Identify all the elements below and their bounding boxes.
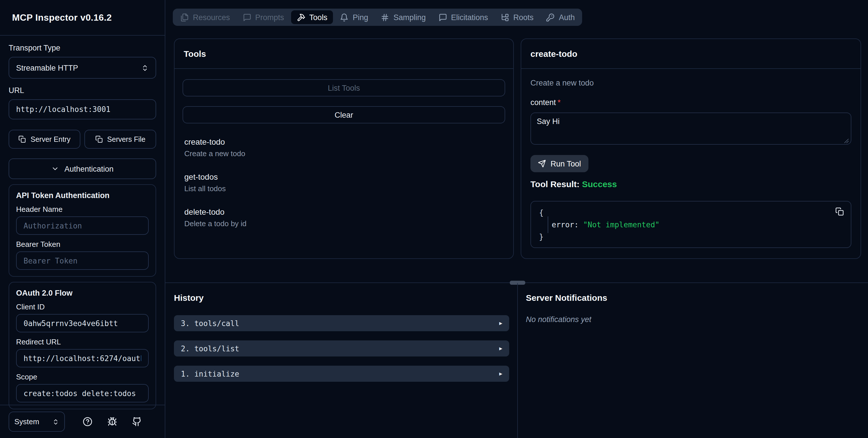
server-notifications-pane: Server Notifications No notifications ye… <box>526 282 860 324</box>
history-row-tools-list[interactable]: 2. tools/list ▶ <box>174 340 509 356</box>
sidebar-header: MCP Inspector v0.16.2 <box>0 0 165 36</box>
server-entry-button[interactable]: Server Entry <box>9 130 81 149</box>
json-space <box>579 220 583 229</box>
clear-tools-button[interactable]: Clear <box>183 106 505 123</box>
tools-panel: Tools List Tools Clear create-todo Creat… <box>174 38 514 259</box>
github-button[interactable] <box>132 417 142 427</box>
servers-file-label: Servers File <box>107 135 145 143</box>
tool-detail-body: Create a new todo content* Say Hi Run To… <box>521 69 861 257</box>
api-token-title: API Token Authentication <box>16 191 149 200</box>
tab-label: Elicitations <box>451 13 488 22</box>
run-tool-button[interactable]: Run Tool <box>530 155 588 172</box>
tab-sampling[interactable]: Sampling <box>375 10 432 24</box>
bell-icon <box>340 13 349 22</box>
scope-label: Scope <box>16 373 149 381</box>
history-pane: History 3. tools/call ▶ 2. tools/list ▶ … <box>174 282 509 382</box>
message-square-icon <box>243 13 251 22</box>
tool-description: List all todos <box>184 184 503 193</box>
github-icon <box>132 417 142 427</box>
scope-input[interactable] <box>16 384 149 402</box>
send-icon <box>538 160 546 168</box>
list-tools-button[interactable]: List Tools <box>183 79 505 96</box>
tool-name: get-todos <box>184 172 503 182</box>
oauth-title: OAuth 2.0 Flow <box>16 289 149 298</box>
bearer-token-input[interactable] <box>16 251 149 270</box>
tool-name: delete-todo <box>184 207 503 217</box>
tool-name: create-todo <box>184 137 503 147</box>
tree-icon <box>501 13 509 22</box>
tab-ping[interactable]: Ping <box>334 10 374 24</box>
history-row-label: 3. tools/call <box>181 319 239 327</box>
tool-detail-header: create-todo <box>521 39 861 69</box>
copy-buttons-row: Server Entry Servers File <box>9 130 156 149</box>
tools-panel-header: Tools <box>175 39 513 69</box>
servers-file-button[interactable]: Servers File <box>84 130 156 149</box>
copy-icon <box>19 135 26 143</box>
history-row-initialize[interactable]: 1. initialize ▶ <box>174 366 509 382</box>
tool-result-status: Success <box>582 179 617 189</box>
bug-report-button[interactable] <box>107 417 117 427</box>
tab-elicitations[interactable]: Elicitations <box>433 10 494 24</box>
authentication-label: Authentication <box>64 164 113 173</box>
header-name-input[interactable] <box>16 216 149 235</box>
bug-icon <box>107 417 117 427</box>
history-row-label: 2. tools/list <box>181 344 239 353</box>
top-nav: Resources Prompts Tools Ping Sampling El… <box>173 9 582 26</box>
tool-result-prefix: Tool Result: <box>530 179 580 189</box>
oauth-card: OAuth 2.0 Flow Client ID Redirect URL Sc… <box>9 282 156 409</box>
server-entry-label: Server Entry <box>31 135 71 143</box>
client-id-input[interactable] <box>16 314 149 333</box>
chevrons-up-down-icon <box>52 418 59 425</box>
tab-label: Ping <box>353 13 368 22</box>
expand-triangle-icon: ▶ <box>499 320 502 326</box>
app-root: MCP Inspector v0.16.2 Transport Type Str… <box>0 0 868 438</box>
tab-label: Resources <box>193 13 230 22</box>
tool-result-line: Tool Result: Success <box>530 179 851 189</box>
expand-triangle-icon: ▶ <box>499 371 502 377</box>
tool-list-item-delete-todo[interactable]: delete-todo Delete a todo by id <box>184 207 503 228</box>
tool-list: create-todo Create a new todo get-todos … <box>183 137 505 228</box>
redirect-url-input[interactable] <box>16 349 149 367</box>
tab-label: Prompts <box>255 13 284 22</box>
tab-roots[interactable]: Roots <box>495 10 539 24</box>
json-open-brace: { <box>539 207 843 219</box>
param-label: content* <box>530 98 851 107</box>
required-mark: * <box>558 98 561 107</box>
tab-label: Roots <box>513 13 534 22</box>
tab-label: Auth <box>559 13 575 22</box>
theme-select[interactable]: System <box>9 412 65 432</box>
app-title: MCP Inspector v0.16.2 <box>12 12 112 23</box>
tab-resources[interactable]: Resources <box>175 10 236 24</box>
tab-label: Tools <box>309 13 328 22</box>
tool-description: Create a new todo <box>184 149 503 158</box>
no-notifications-message: No notifications yet <box>526 315 860 324</box>
textarea-resize-handle[interactable] <box>844 138 849 144</box>
url-input[interactable] <box>9 99 156 119</box>
copy-icon <box>835 207 844 216</box>
redirect-url-label: Redirect URL <box>16 338 149 346</box>
history-row-tools-call[interactable]: 3. tools/call ▶ <box>174 315 509 331</box>
tool-list-item-create-todo[interactable]: create-todo Create a new todo <box>184 137 503 158</box>
tab-auth[interactable]: Auth <box>540 10 581 24</box>
copy-result-button[interactable] <box>835 207 844 216</box>
transport-type-value: Streamable HTTP <box>16 63 78 72</box>
sidebar-body: Transport Type Streamable HTTP URL Serve… <box>0 36 165 409</box>
tool-detail-title: create-todo <box>530 49 577 59</box>
param-content-textarea[interactable]: Say Hi <box>530 113 851 145</box>
history-row-label: 1. initialize <box>181 369 239 378</box>
transport-type-select[interactable]: Streamable HTTP <box>9 57 156 79</box>
help-circle-icon <box>83 417 92 427</box>
chevron-down-icon <box>51 165 59 173</box>
tab-prompts[interactable]: Prompts <box>237 10 290 24</box>
tab-label: Sampling <box>394 13 426 22</box>
server-notifications-title: Server Notifications <box>526 293 860 303</box>
help-button[interactable] <box>83 417 92 427</box>
authentication-toggle[interactable]: Authentication <box>9 158 156 179</box>
json-value: "Not implemented" <box>583 220 660 229</box>
transport-type-label: Transport Type <box>9 43 156 52</box>
tool-list-item-get-todos[interactable]: get-todos List all todos <box>184 172 503 193</box>
hammer-icon <box>297 13 305 22</box>
tools-panel-body: List Tools Clear create-todo Create a ne… <box>175 69 513 253</box>
tab-tools[interactable]: Tools <box>291 10 333 24</box>
tools-panel-title: Tools <box>184 49 206 59</box>
